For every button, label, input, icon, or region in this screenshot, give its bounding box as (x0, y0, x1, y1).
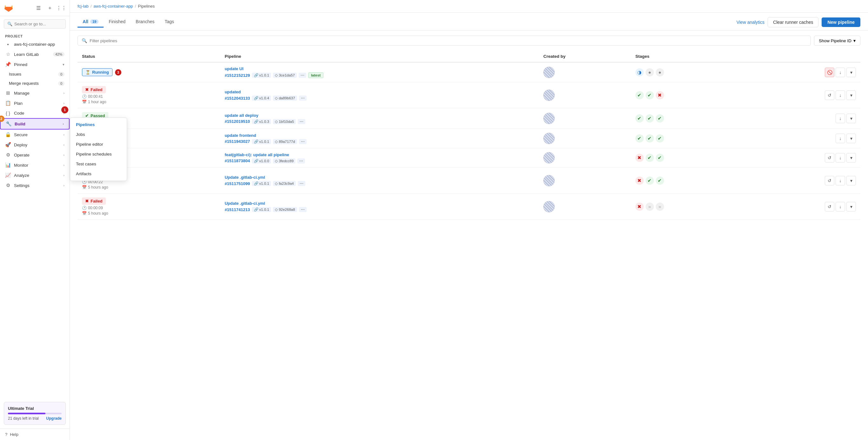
sidebar-item-operate[interactable]: ⚙ Operate › (0, 150, 69, 160)
sidebar-toggle-btn[interactable]: ☰ (34, 3, 43, 12)
deploy-label: Deploy (14, 142, 27, 147)
ago-info: 📅5 hours ago (82, 211, 216, 215)
learn-gitlab-item[interactable]: ☆ Learn GitLab 42% (0, 49, 69, 59)
search-bar[interactable]: 🔍 Search or go to... (4, 20, 66, 29)
issues-item[interactable]: Issues 0 (0, 70, 69, 79)
stages-cell: ✔✔✔ (631, 108, 742, 129)
more-actions-btn[interactable]: ▾ (846, 91, 856, 100)
plus-btn[interactable]: ＋ (45, 3, 54, 12)
merge-requests-item[interactable]: Merge requests 0 (0, 79, 69, 88)
stages-cell: ✖✔✔ (631, 148, 742, 168)
actions-cell: ↺↓▾ (742, 82, 860, 108)
project-name-item[interactable]: ▪ aws-fcj-container-app (0, 39, 69, 49)
pipeline-id-link[interactable]: #1512043133 (225, 96, 250, 101)
pipeline-id-link[interactable]: #1511943027 (225, 139, 250, 144)
time-info: 🕐00:00:41 (82, 94, 216, 99)
pipeline-title-link[interactable]: Update .gitlab-ci.yml (225, 201, 265, 206)
pipeline-id-link[interactable]: #1511741213 (225, 207, 250, 212)
ago-info: 📅5 hours ago (82, 185, 216, 190)
trial-row: 21 days left in trial Upgrade (8, 416, 62, 420)
download-btn[interactable]: ↓ (836, 91, 845, 100)
avatar (543, 90, 555, 101)
pipeline-id-link[interactable]: #1512019510 (225, 119, 250, 124)
clear-runner-caches-btn[interactable]: Clear runner caches (768, 17, 818, 27)
actions-cell: ↓▾ (742, 129, 860, 148)
build-menu-jobs[interactable]: Jobs (70, 130, 127, 139)
build-menu-test-cases[interactable]: Test cases (70, 159, 127, 169)
pipeline-id-link[interactable]: #1512152129 (225, 73, 250, 78)
sidebar-item-manage[interactable]: ⊞ Manage › (0, 88, 69, 98)
merge-count: 0 (58, 81, 64, 86)
sidebar-item-deploy[interactable]: 🚀 Deploy › (0, 140, 69, 150)
pinned-item[interactable]: 📌 Pinned ▾ (0, 59, 69, 70)
retry-btn[interactable]: ↺ (825, 176, 834, 185)
build-menu-pipelines[interactable]: Pipelines (70, 120, 127, 130)
grid-btn[interactable]: ⋮⋮ (57, 3, 66, 12)
tab-branches[interactable]: Branches (131, 16, 159, 28)
download-btn[interactable]: ↓ (836, 114, 845, 123)
show-pipeline-id-btn[interactable]: Show Pipeline ID ▾ (814, 36, 860, 46)
pipeline-title-link[interactable]: update UI (225, 66, 243, 71)
created-by-cell (539, 82, 631, 108)
more-actions-btn[interactable]: ▾ (846, 153, 856, 163)
tab-all[interactable]: All 19 (78, 16, 103, 28)
stage-icon-red: ✖ (636, 203, 644, 211)
pipeline-cell: feat(gitlab-ci): update all pipeline #15… (220, 148, 539, 168)
more-tag: ⋯ (298, 119, 305, 124)
more-actions-btn[interactable]: ▾ (846, 176, 856, 185)
sidebar-item-code[interactable]: { } Code › (0, 108, 69, 118)
trial-upgrade-link[interactable]: Upgrade (46, 416, 62, 420)
pipeline-title-link[interactable]: feat(gitlab-ci): update all pipeline (225, 153, 289, 157)
download-btn[interactable]: ↓ (836, 153, 845, 163)
help-item[interactable]: ? Help (0, 429, 69, 440)
code-badge: 1 (61, 106, 68, 113)
pipeline-id-link[interactable]: #1511751099 (225, 181, 250, 186)
build-menu-pipeline-editor[interactable]: Pipeline editor (70, 139, 127, 149)
sidebar-item-secure[interactable]: 🔒 Secure › (0, 130, 69, 140)
download-btn[interactable]: ↓ (836, 68, 845, 77)
pipeline-title-link[interactable]: Update .gitlab-ci.yml (225, 175, 265, 180)
tab-finished[interactable]: Finished (103, 16, 131, 28)
retry-btn[interactable]: ↺ (825, 153, 834, 163)
stage-icon-gray: ● (646, 68, 654, 76)
tab-tags[interactable]: Tags (159, 16, 179, 28)
download-btn[interactable]: ↓ (836, 202, 845, 211)
filter-input[interactable] (90, 38, 807, 43)
manage-label: Manage (14, 91, 30, 96)
pipeline-title-link[interactable]: update frontend (225, 133, 256, 138)
breadcrumb-project[interactable]: aws-fcj-container-app (93, 4, 133, 8)
pipeline-id-link[interactable]: #1511873804 (225, 159, 250, 163)
breadcrumb: fcj-lab / aws-fcj-container-app / Pipeli… (70, 0, 868, 13)
sidebar-item-settings[interactable]: ⚙ Settings › (0, 180, 69, 191)
tab-finished-label: Finished (108, 19, 125, 24)
code-wrap: { } Code › 1 (0, 108, 69, 118)
retry-btn[interactable]: ↺ (825, 202, 834, 211)
sidebar-item-monitor[interactable]: 📊 Monitor › (0, 160, 69, 170)
stages-cell: ◑●● (631, 62, 742, 82)
sidebar-item-analyze[interactable]: 📈 Analyze › (0, 170, 69, 180)
learn-badge: 42% (53, 52, 64, 57)
more-actions-btn[interactable]: ▾ (846, 114, 856, 123)
pipeline-meta: #1512152129 🔗 v1.0.1 ◇ 3ce1da57 ⋯ latest (225, 72, 534, 78)
new-pipeline-btn[interactable]: New pipeline (822, 18, 860, 27)
download-btn[interactable]: ↓ (836, 134, 845, 143)
pipeline-title-link[interactable]: update all deploy (225, 113, 258, 118)
commit-tag: ◇ 89a7177d (273, 139, 297, 144)
filter-input-wrap[interactable]: 🔍 (78, 36, 811, 46)
more-actions-btn[interactable]: ▾ (846, 202, 856, 211)
download-btn[interactable]: ↓ (836, 176, 845, 185)
trial-days: 21 days left in trial (8, 416, 39, 420)
more-actions-btn[interactable]: ▾ (846, 134, 856, 143)
breadcrumb-fcj-lab[interactable]: fcj-lab (78, 4, 89, 8)
sidebar-item-build[interactable]: 🔧 Build › (0, 118, 69, 130)
stage-icons: ✔✔✔ (636, 134, 737, 142)
build-menu-artifacts[interactable]: Artifacts (70, 169, 127, 179)
view-analytics-btn[interactable]: View analytics (737, 20, 765, 25)
build-menu-pipeline-schedules[interactable]: Pipeline schedules (70, 149, 127, 159)
more-actions-btn[interactable]: ▾ (846, 68, 856, 77)
sidebar-item-plan[interactable]: 📋 Plan › (0, 98, 69, 108)
cancel-btn[interactable]: 🚫 (825, 68, 834, 77)
retry-btn[interactable]: ↺ (825, 91, 834, 100)
pipeline-title-link[interactable]: updated (225, 90, 241, 94)
gitlab-logo[interactable] (4, 3, 13, 13)
